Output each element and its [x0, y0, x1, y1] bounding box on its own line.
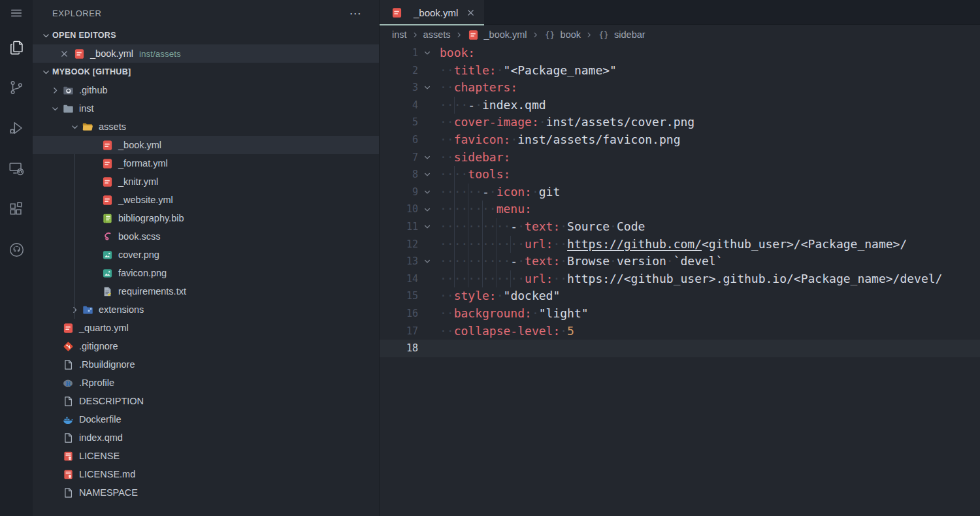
- tree-item-gitignore[interactable]: .gitignore: [33, 337, 379, 355]
- line-number[interactable]: 10: [380, 201, 418, 218]
- code-line-2[interactable]: 2··title:·"<Package_name>": [380, 62, 980, 80]
- code-line-10[interactable]: 10········menu:: [380, 201, 980, 218]
- line-number[interactable]: 15: [380, 287, 418, 305]
- code-text: ············url:··https://<github_user>.…: [436, 270, 942, 288]
- breadcrumb-item-assets[interactable]: assets: [423, 29, 451, 40]
- breadcrumb-item-book-yml[interactable]: _book.yml: [467, 29, 527, 40]
- tree-item-license[interactable]: LICENSE: [33, 447, 379, 465]
- image-icon: [101, 250, 114, 261]
- breadcrumb-item-book[interactable]: {}book: [544, 29, 581, 40]
- tree-item-inst[interactable]: inst: [33, 99, 379, 118]
- code-line-9[interactable]: 9······-·icon:·git: [380, 184, 980, 201]
- git-icon: [61, 341, 74, 352]
- fold-chevron-icon[interactable]: [418, 201, 436, 218]
- code-line-11[interactable]: 11··········-·text:·Source·Code: [380, 218, 980, 236]
- line-number[interactable]: 16: [380, 305, 418, 323]
- line-number[interactable]: 4: [380, 97, 418, 114]
- tree-item-rbuildignore[interactable]: .Rbuildignore: [33, 355, 379, 374]
- remote-explorer-icon[interactable]: [7, 159, 25, 178]
- code-line-17[interactable]: 17··collapse-level:·5: [380, 323, 980, 340]
- fold-chevron-icon[interactable]: [418, 184, 436, 201]
- line-number[interactable]: 17: [380, 323, 418, 340]
- fold-chevron-icon[interactable]: [418, 253, 436, 270]
- open-editor-book-yml[interactable]: _book.ymlinst/assets: [33, 44, 379, 63]
- line-number[interactable]: 1: [380, 44, 418, 62]
- line-number[interactable]: 18: [380, 340, 418, 357]
- code-line-12[interactable]: 12············url:··https://github.com/<…: [380, 236, 980, 253]
- code-text: ··title:·"<Package_name>": [436, 62, 617, 80]
- code-line-7[interactable]: 7··sidebar:: [380, 149, 980, 167]
- line-number[interactable]: 3: [380, 79, 418, 97]
- fold-spacer: [418, 323, 436, 340]
- folder-github-icon: [61, 85, 74, 96]
- tree-item-favicon-png[interactable]: favicon.png: [33, 264, 379, 282]
- code-line-5[interactable]: 5··cover-image:·inst/assets/cover.png: [380, 114, 980, 131]
- code-line-8[interactable]: 8····tools:: [380, 166, 980, 184]
- tree-item-knitr-yml[interactable]: _knitr.yml: [33, 172, 379, 191]
- fold-chevron-icon[interactable]: [418, 44, 436, 62]
- tree-item-book-scss[interactable]: book.scss: [33, 227, 379, 246]
- tree-item-license-md[interactable]: LICENSE.md: [33, 465, 379, 483]
- github-icon[interactable]: [7, 240, 25, 259]
- line-number[interactable]: 11: [380, 218, 418, 236]
- tree-indent-guide: [74, 154, 75, 319]
- breadcrumb-item-inst[interactable]: inst: [392, 29, 407, 40]
- code-line-14[interactable]: 14············url:··https://<github_user…: [380, 270, 980, 288]
- code-line-1[interactable]: 1book:: [380, 44, 980, 62]
- tree-item-github[interactable]: .github: [33, 81, 379, 99]
- tree-item-cover-png[interactable]: cover.png: [33, 246, 379, 264]
- tree-item-rprofile[interactable]: R.Rprofile: [33, 374, 379, 392]
- tree-item-bibliography-bib[interactable]: bibliography.bib: [33, 209, 379, 227]
- tree-item-label: .Rbuildignore: [79, 359, 135, 370]
- chevron-down-icon: [39, 31, 52, 40]
- project-section-header[interactable]: MYBOOK [GITHUB]: [33, 63, 379, 81]
- line-number[interactable]: 5: [380, 114, 418, 131]
- tree-item-requirements-txt[interactable]: requirements.txt: [33, 282, 379, 300]
- tree-item-label: _quarto.yml: [79, 323, 129, 333]
- code-line-6[interactable]: 6··favicon:·inst/assets/favicon.png: [380, 131, 980, 149]
- source-control-icon[interactable]: [7, 78, 25, 97]
- tree-item-quarto-yml[interactable]: _quarto.yml: [33, 319, 379, 337]
- close-icon[interactable]: [466, 8, 475, 17]
- line-number[interactable]: 2: [380, 62, 418, 80]
- open-editors-section-header[interactable]: OPEN EDITORS: [33, 26, 379, 44]
- tree-item-website-yml[interactable]: _website.yml: [33, 191, 379, 209]
- more-actions-icon[interactable]: ⋯: [349, 7, 362, 20]
- tab-label: _book.yml: [414, 7, 458, 18]
- code-line-4[interactable]: 4····-·index.qmd: [380, 97, 980, 114]
- line-number[interactable]: 9: [380, 184, 418, 201]
- tree-item-extensions[interactable]: extensions: [33, 300, 379, 319]
- fold-chevron-icon[interactable]: [418, 218, 436, 236]
- tree-item-assets[interactable]: assets: [33, 118, 379, 136]
- tree-item-dockerfile[interactable]: Dockerfile: [33, 410, 379, 428]
- fold-chevron-icon[interactable]: [418, 79, 436, 97]
- tab-book-yml[interactable]: _book.yml: [380, 0, 484, 25]
- code-text: ········menu:: [436, 201, 532, 218]
- license-icon: [61, 451, 74, 462]
- line-number[interactable]: 7: [380, 149, 418, 167]
- tree-item-namespace[interactable]: NAMESPACE: [33, 483, 379, 502]
- code-line-18[interactable]: 18: [380, 340, 980, 357]
- run-debug-icon[interactable]: [7, 119, 25, 137]
- code-line-3[interactable]: 3··chapters:: [380, 79, 980, 97]
- breadcrumb-item-sidebar[interactable]: {}sidebar: [597, 29, 645, 40]
- explorer-icon[interactable]: [7, 38, 25, 56]
- tree-item-format-yml[interactable]: _format.yml: [33, 154, 379, 172]
- close-icon[interactable]: [60, 50, 69, 58]
- tree-item-index-qmd[interactable]: index.qmd: [33, 428, 379, 447]
- line-number[interactable]: 12: [380, 236, 418, 253]
- line-number[interactable]: 6: [380, 131, 418, 149]
- line-number[interactable]: 14: [380, 270, 418, 288]
- menu-icon[interactable]: [0, 0, 33, 26]
- extensions-icon[interactable]: [7, 200, 25, 218]
- code-line-13[interactable]: 13··········-·text:·Browse·version·`deve…: [380, 253, 980, 270]
- fold-chevron-icon[interactable]: [418, 166, 436, 184]
- code-line-16[interactable]: 16··background:·"light": [380, 305, 980, 323]
- code-line-15[interactable]: 15··style:·"docked": [380, 287, 980, 305]
- line-number[interactable]: 13: [380, 253, 418, 270]
- tree-item-description[interactable]: DESCRIPTION: [33, 392, 379, 410]
- fold-spacer: [418, 340, 436, 357]
- fold-chevron-icon[interactable]: [418, 149, 436, 167]
- tree-item-book-yml[interactable]: _book.yml: [33, 136, 379, 154]
- line-number[interactable]: 8: [380, 166, 418, 184]
